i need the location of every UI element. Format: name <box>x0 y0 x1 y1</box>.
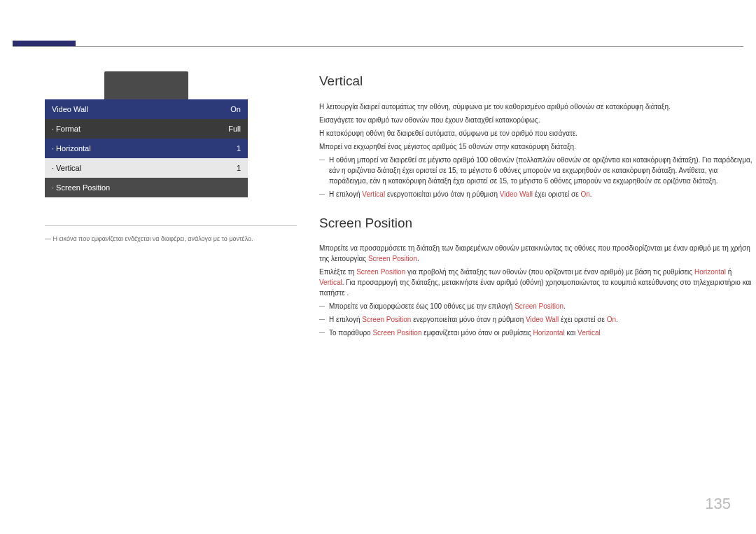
body-text: Μπορείτε να προσαρμόσετε τη διάταξη των … <box>319 243 756 264</box>
section-title-vertical: Vertical <box>319 71 756 92</box>
list-item: Η επιλογή Screen Position ενεργοποιείται… <box>319 314 756 325</box>
list-item: Μπορείτε να διαμορφώσετε έως 100 οθόνες … <box>319 301 756 311</box>
header-accent-bar <box>13 41 76 46</box>
list-item: Το παράθυρο Screen Position εμφανίζεται … <box>319 328 756 338</box>
notes-list: Η οθόνη μπορεί να διαιρεθεί σε μέγιστο α… <box>319 155 756 199</box>
menu-label: · Format <box>52 125 80 133</box>
body-text: Επιλέξτε τη Screen Position για προβολή … <box>319 267 756 298</box>
osd-menu-panel: Video Wall On · Format Full · Horizontal… <box>45 71 248 197</box>
menu-value: 1 <box>237 164 241 172</box>
body-text: Μπορεί να εκχωρηθεί ένας μέγιστος αριθμό… <box>319 141 756 152</box>
notes-list: Μπορείτε να διαμορφώσετε έως 100 οθόνες … <box>319 301 756 338</box>
divider-line <box>45 225 297 226</box>
menu-label: · Screen Position <box>52 183 110 192</box>
menu-item-video-wall[interactable]: Video Wall On <box>45 99 248 119</box>
menu-item-screen-position[interactable]: · Screen Position <box>45 178 248 197</box>
body-text: Η κατακόρυφη οθόνη θα διαιρεθεί αυτόματα… <box>319 128 756 139</box>
menu-item-format[interactable]: · Format Full <box>45 119 248 139</box>
menu-item-horizontal[interactable]: · Horizontal 1 <box>45 139 248 158</box>
menu-value: On <box>230 105 241 113</box>
main-content: Vertical Η λειτουργία διαιρεί αυτομάτως … <box>319 71 756 346</box>
body-text: Εισαγάγετε τον αριθμό των οθονών που έχο… <box>319 115 756 125</box>
header-divider <box>13 46 743 47</box>
body-text: Η λειτουργία διαιρεί αυτομάτως την οθόνη… <box>319 101 756 112</box>
list-item: Η οθόνη μπορεί να διαιρεθεί σε μέγιστο α… <box>319 155 756 186</box>
image-disclaimer-note: ― Η εικόνα που εμφανίζεται ενδέχεται να … <box>45 235 253 242</box>
menu-tab <box>104 71 188 99</box>
menu-label: · Vertical <box>52 164 81 172</box>
menu-label: Video Wall <box>52 105 88 113</box>
list-item: Η επιλογή Vertical ενεργοποιείται μόνο ό… <box>319 189 756 199</box>
menu-value: Full <box>228 125 241 133</box>
menu-item-vertical[interactable]: · Vertical 1 <box>45 158 248 178</box>
menu-label: · Horizontal <box>52 144 91 153</box>
section-title-screen-position: Screen Position <box>319 213 756 234</box>
page-number: 135 <box>705 495 731 513</box>
menu-value: 1 <box>237 144 241 153</box>
